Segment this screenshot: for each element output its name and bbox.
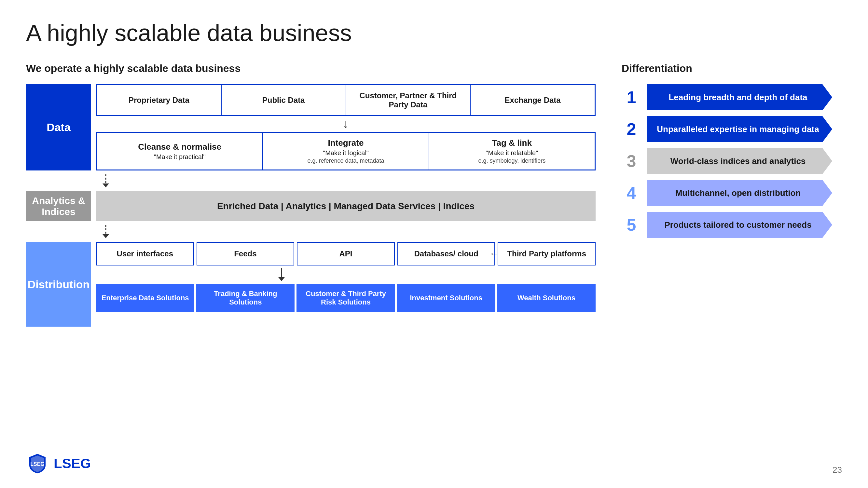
- distribution-row: Distribution User interfaces Feeds: [26, 242, 596, 327]
- process-boxes: Cleanse & normalise "Make it practical" …: [96, 132, 596, 170]
- diff-item-1: 1 Leading breadth and depth of data: [622, 84, 842, 110]
- diagram: Data Proprietary Data Public Data: [26, 84, 596, 443]
- diff-title: Differentiation: [622, 62, 842, 74]
- source-proprietary: Proprietary Data: [97, 85, 222, 115]
- left-subtitle: We operate a highly scalable data busine…: [26, 62, 596, 74]
- diff-shape-1: Leading breadth and depth of data: [647, 84, 832, 110]
- channel-feeds: Feeds: [196, 242, 294, 265]
- svg-marker-5: [278, 277, 285, 281]
- diff-item-4: 4 Multichannel, open distribution: [622, 180, 842, 206]
- diff-arrow-2: Unparalleled expertise in managing data: [647, 116, 842, 142]
- diff-shape-3: World-class indices and analytics: [647, 148, 832, 174]
- diff-item-2: 2 Unparalleled expertise in managing dat…: [622, 116, 842, 142]
- diff-number-2: 2: [622, 120, 641, 139]
- analytics-label: Analytics & Indices: [26, 191, 91, 221]
- diff-number-3: 3: [622, 151, 641, 171]
- solution-trading: Trading & Banking Solutions: [196, 284, 294, 312]
- source-customer: Customer, Partner & Third Party Data: [346, 85, 471, 115]
- diff-number-5: 5: [622, 215, 641, 234]
- diff-shape-4: Multichannel, open distribution: [647, 180, 832, 206]
- arrow-down-api: [96, 268, 596, 281]
- diff-arrow-1: Leading breadth and depth of data: [647, 84, 842, 110]
- footer: LSEG LSEG: [26, 449, 596, 475]
- diff-number-1: 1: [622, 88, 641, 107]
- connector-arrow: ←: [489, 249, 498, 259]
- lseg-logo: LSEG LSEG: [26, 452, 91, 475]
- solutions-boxes: Enterprise Data Solutions Trading & Bank…: [96, 284, 596, 312]
- arrow-1: ↓: [96, 118, 596, 130]
- process-integrate: Integrate "Make it logical" e.g. referen…: [263, 133, 429, 169]
- analytics-box: Enriched Data | Analytics | Managed Data…: [96, 191, 596, 221]
- distribution-content: User interfaces Feeds API Databases/ clo…: [96, 242, 596, 327]
- solution-investment: Investment Solutions: [397, 284, 495, 312]
- channel-api: API: [297, 242, 395, 265]
- source-public: Public Data: [222, 85, 346, 115]
- source-boxes: Proprietary Data Public Data Customer, P…: [96, 84, 596, 116]
- solution-enterprise: Enterprise Data Solutions: [96, 284, 194, 312]
- main-title: A highly scalable data business: [26, 20, 842, 46]
- channel-ui: User interfaces: [96, 242, 194, 265]
- page: A highly scalable data business We opera…: [0, 0, 868, 488]
- svg-text:LSEG: LSEG: [30, 461, 44, 467]
- data-label: Data: [26, 84, 91, 170]
- solution-wealth: Wealth Solutions: [497, 284, 596, 312]
- arrow-dashed-1: [96, 174, 596, 187]
- svg-marker-1: [102, 184, 109, 187]
- process-cleanse: Cleanse & normalise "Make it practical": [97, 133, 263, 169]
- diff-item-5: 5 Products tailored to customer needs: [622, 212, 842, 238]
- diff-arrow-4: Multichannel, open distribution: [647, 180, 842, 206]
- solution-customer: Customer & Third Party Risk Solutions: [297, 284, 395, 312]
- diff-items: 1 Leading breadth and depth of data 2 Un…: [622, 84, 842, 238]
- distribution-label: Distribution: [26, 242, 91, 327]
- source-exchange: Exchange Data: [471, 85, 595, 115]
- channel-third-party: Third Party platforms ←: [498, 242, 596, 265]
- process-tag: Tag & link "Make it relatable" e.g. symb…: [429, 133, 595, 169]
- diff-shape-5: Products tailored to customer needs: [647, 212, 832, 238]
- analytics-row: Analytics & Indices Enriched Data | Anal…: [26, 191, 596, 221]
- right-section: Differentiation 1 Leading breadth and de…: [622, 62, 842, 475]
- data-row: Data Proprietary Data Public Data: [26, 84, 596, 170]
- content-area: We operate a highly scalable data busine…: [26, 62, 842, 475]
- logo-text: LSEG: [54, 456, 91, 471]
- diff-shape-2: Unparalleled expertise in managing data: [647, 116, 832, 142]
- svg-marker-3: [102, 234, 109, 238]
- diff-number-4: 4: [622, 183, 641, 203]
- lseg-crest-icon: LSEG: [26, 452, 49, 475]
- analytics-content: Enriched Data | Analytics | Managed Data…: [96, 191, 596, 221]
- data-content: Proprietary Data Public Data Customer, P…: [96, 84, 596, 170]
- page-number: 23: [833, 465, 842, 475]
- arrow-dashed-2: [96, 225, 596, 238]
- left-section: We operate a highly scalable data busine…: [26, 62, 596, 475]
- diff-arrow-3: World-class indices and analytics: [647, 148, 842, 174]
- channel-boxes: User interfaces Feeds API Databases/ clo…: [96, 242, 596, 265]
- channel-databases: Databases/ cloud: [397, 242, 495, 265]
- diff-item-3: 3 World-class indices and analytics: [622, 148, 842, 174]
- diff-arrow-5: Products tailored to customer needs: [647, 212, 842, 238]
